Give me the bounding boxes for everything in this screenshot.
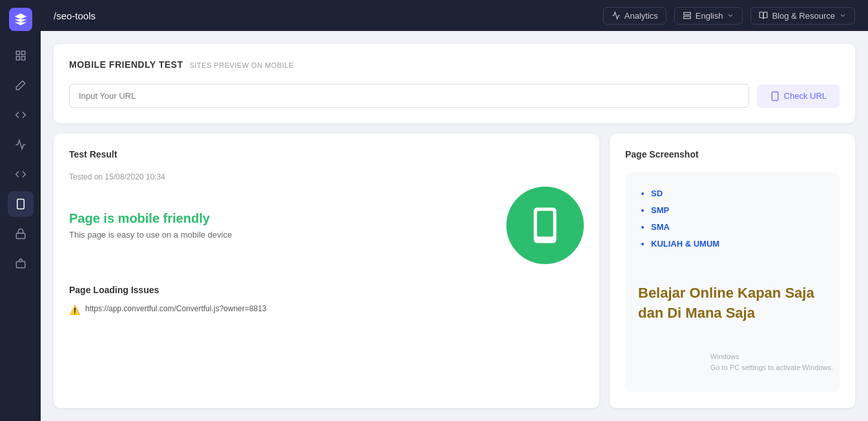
card-header: MOBILE FRIENDLY TEST SITES PREVIEW ON MO… [69, 59, 840, 70]
results-row: Test Result Tested on 15/08/2020 10:34 P… [54, 134, 855, 408]
list-item: SMP [651, 202, 827, 219]
sidebar-item-brackets[interactable] [8, 161, 34, 187]
test-result-title: Test Result [69, 149, 584, 159]
windows-watermark: Windows Go to PC settings to activate Wi… [710, 351, 833, 373]
svg-rect-7 [16, 262, 25, 268]
screenshot-panel: Page Screenshot SD SMP SMA KULIAH & UMUM… [610, 134, 855, 408]
app-title: /seo-tools [54, 10, 595, 21]
result-status: Page is mobile friendly [69, 211, 506, 226]
sidebar-item-chart[interactable] [8, 132, 34, 158]
screenshot-tagline: Belajar Online Kapan Saja dan Di Mana Sa… [638, 283, 827, 323]
issues-section: Page Loading Issues ⚠️ https://app.conve… [69, 285, 584, 315]
url-input[interactable] [69, 84, 749, 108]
result-row: Page is mobile friendly This page is eas… [69, 187, 584, 264]
blog-icon [759, 11, 768, 20]
test-result-panel: Test Result Tested on 15/08/2020 10:34 P… [54, 134, 599, 408]
warning-icon: ⚠️ [69, 305, 80, 315]
list-item: SD [651, 185, 827, 202]
result-text: Page is mobile friendly This page is eas… [69, 211, 506, 240]
card-subtitle: SITES PREVIEW ON MOBILE [189, 61, 293, 69]
svg-rect-6 [16, 233, 25, 238]
sidebar-item-layers[interactable] [8, 72, 34, 98]
card-title: MOBILE FRIENDLY TEST [69, 59, 183, 70]
app-logo[interactable] [9, 8, 32, 31]
analytics-icon [612, 11, 621, 20]
check-url-icon [770, 91, 780, 101]
language-button[interactable]: English [674, 7, 743, 25]
sidebar-item-lock[interactable] [8, 221, 34, 247]
sidebar-item-grid[interactable] [8, 43, 34, 68]
svg-point-16 [544, 238, 547, 241]
screenshot-content: SD SMP SMA KULIAH & UMUM Belajar Online … [625, 172, 840, 392]
mobile-friendly-icon [506, 187, 584, 264]
url-input-card: MOBILE FRIENDLY TEST SITES PREVIEW ON MO… [54, 44, 855, 123]
list-item: SMA [651, 219, 827, 236]
url-input-row: Check URL [69, 84, 840, 108]
svg-rect-11 [684, 16, 691, 19]
screenshot-menu-list: SD SMP SMA KULIAH & UMUM [638, 185, 827, 252]
sidebar-item-mobile[interactable] [8, 191, 34, 217]
blog-resource-button[interactable]: Blog & Resource [750, 7, 855, 25]
language-icon [683, 11, 692, 20]
sidebar [0, 0, 41, 421]
issue-url: https://app.convertful.com/Convertful.js… [85, 304, 267, 313]
svg-rect-12 [772, 92, 778, 100]
sidebar-item-code[interactable] [8, 102, 34, 128]
issue-item: ⚠️ https://app.convertful.com/Convertful… [69, 304, 584, 315]
result-description: This page is easy to use on a mobile dev… [69, 230, 506, 240]
main-content: /seo-tools Analytics English Blog & Reso… [41, 0, 868, 421]
svg-rect-2 [21, 57, 25, 60]
test-date: Tested on 15/08/2020 10:34 [69, 172, 584, 181]
list-item: KULIAH & UMUM [651, 236, 827, 252]
svg-rect-3 [16, 57, 19, 60]
svg-rect-15 [537, 211, 553, 237]
screenshot-title: Page Screenshot [625, 149, 840, 159]
analytics-button[interactable]: Analytics [603, 7, 666, 25]
check-url-button[interactable]: Check URL [757, 85, 840, 108]
svg-rect-10 [684, 12, 691, 15]
content-area: MOBILE FRIENDLY TEST SITES PREVIEW ON MO… [41, 31, 868, 421]
svg-rect-0 [16, 51, 19, 54]
sidebar-item-bot[interactable] [8, 251, 34, 276]
watermark-line: Windows [710, 351, 833, 362]
topnav: /seo-tools Analytics English Blog & Reso… [41, 0, 868, 31]
issues-title: Page Loading Issues [69, 285, 584, 295]
phone-svg-icon [526, 206, 564, 245]
chevron-down-icon-blog [839, 12, 847, 19]
svg-rect-1 [21, 51, 25, 54]
chevron-down-icon [727, 12, 734, 19]
